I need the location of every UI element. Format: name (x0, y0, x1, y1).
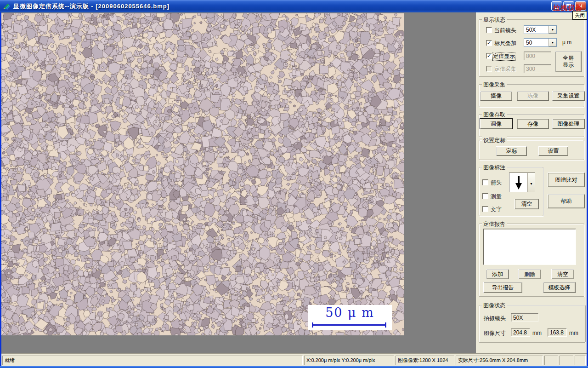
image-process-button[interactable]: 图像处理 (552, 119, 585, 129)
scale-value: 50 (524, 39, 548, 46)
client-area: 50 μ m 显示状态 当前镜头 50X ▼ ✓ 标尺叠加 50 ▼ μ m ✓ (0, 12, 588, 366)
status-empty-1 (544, 356, 558, 365)
group-label: 显示状态 (482, 16, 507, 24)
group-label: 图像存取 (482, 111, 507, 119)
freeze-button: 冻像 (517, 91, 549, 101)
export-report-button[interactable]: 导出报告 (483, 282, 522, 293)
lens-value-input[interactable]: 50X (511, 313, 538, 322)
image-height-unit: mm (569, 330, 578, 336)
micrograph-image[interactable] (1, 13, 404, 335)
title-bar: 显微图像定倍系统--演示版 - [20090602055646.bmp] × 拉… (0, 0, 588, 12)
help-button[interactable]: 帮助 (548, 194, 585, 208)
scale-unit-label: μ m (562, 39, 571, 46)
window-title: 显微图像定倍系统--演示版 - [20090602055646.bmp] (13, 2, 170, 11)
checkbox-arrow[interactable] (482, 179, 488, 185)
checkbox-text[interactable] (482, 206, 488, 212)
save-image-button[interactable]: 存像 (517, 119, 549, 129)
group-label: 设置定标 (482, 137, 507, 144)
app-window: 显微图像定倍系统--演示版 - [20090602055646.bmp] × 拉… (0, 0, 588, 368)
checkbox-fixed-capture (486, 66, 492, 72)
report-add-button[interactable]: 添加 (486, 269, 509, 279)
capture-settings-button[interactable]: 采集设置 (552, 91, 585, 101)
minimize-button[interactable] (551, 1, 562, 11)
lens-label: 拍摄镜头 (484, 315, 506, 322)
image-width-unit: mm (532, 330, 542, 336)
fixed-capture-input: 300 (524, 64, 551, 73)
checkbox-current-lens[interactable] (486, 27, 492, 33)
current-lens-select[interactable]: 50X ▼ (524, 25, 557, 34)
scale-value-select[interactable]: 50 ▼ (524, 38, 557, 47)
status-empty-3 (575, 356, 586, 365)
close-tooltip: 关闭 (572, 11, 587, 20)
checkbox-label-fixed-capture: 定倍采集 (494, 65, 516, 73)
group-label: 定倍报告 (482, 220, 507, 228)
dropdown-arrow-icon[interactable]: ▼ (548, 26, 556, 34)
checkbox-measure[interactable] (482, 193, 488, 199)
template-select-button[interactable]: 模板选择 (543, 282, 576, 293)
status-bar: 就绪 X:0.200μ m/pix Y:0.200μ m/pix 图像像素:12… (1, 353, 587, 366)
checkbox-scale-overlay[interactable]: ✓ (486, 40, 492, 46)
fullscreen-button[interactable]: 全屏显示 (555, 51, 582, 72)
settings-button[interactable]: 设置 (538, 146, 568, 156)
group-calibration: 设置定标 (479, 140, 584, 160)
group-label: 图像采集 (482, 81, 507, 89)
window-controls: × (551, 1, 586, 11)
minimize-icon (555, 8, 559, 9)
app-icon (3, 2, 11, 10)
group-label: 图像状态 (482, 302, 507, 310)
image-width-input[interactable]: 204.8 (511, 328, 530, 337)
current-lens-value: 50X (524, 26, 548, 34)
checkbox-label-arrow: 箭头 (491, 179, 502, 187)
fixed-display-input: 800 (524, 52, 551, 60)
atlas-compare-button[interactable]: 图谱比对 (548, 172, 585, 187)
status-image-pixels: 图像像素:1280 X 1024 (396, 356, 454, 365)
status-actual-size: 实际尺寸:256.0mm X 204.8mm (456, 356, 543, 365)
dropdown-arrow-icon[interactable]: ▼ (527, 173, 535, 192)
report-clear-button[interactable]: 清空 (551, 269, 574, 279)
checkbox-label-text: 文字 (491, 206, 502, 213)
report-list[interactable] (483, 229, 576, 265)
status-empty-2 (560, 356, 573, 365)
report-delete-button[interactable]: 删除 (518, 269, 541, 279)
close-button[interactable]: × (575, 1, 586, 11)
checkbox-label-fixed-display: 定倍显示 (493, 52, 515, 60)
status-ready: 就绪 (2, 356, 303, 365)
checkbox-label-scale-overlay: 标尺叠加 (494, 40, 516, 47)
dropdown-arrow-icon[interactable]: ▼ (548, 39, 556, 46)
image-height-input[interactable]: 163.8 (548, 328, 567, 337)
image-size-label: 图像尺寸 (484, 329, 506, 337)
load-image-button[interactable]: 调像 (480, 119, 512, 129)
checkbox-label-current-lens: 当前镜头 (494, 27, 516, 34)
checkbox-label-measure: 测量 (491, 193, 502, 201)
shoot-button[interactable]: 摄像 (480, 91, 512, 101)
group-label: 图像标注 (482, 164, 507, 172)
restore-icon (566, 4, 571, 8)
scale-bar-overlay: 50 μ m (308, 305, 392, 330)
arrow-style-select[interactable]: ▼ (509, 172, 535, 192)
control-panel: 显示状态 当前镜头 50X ▼ ✓ 标尺叠加 50 ▼ μ m ✓ 定倍显示 8… (476, 12, 587, 353)
scale-bar-label: 50 μ m (308, 305, 392, 320)
scale-bar-line (312, 322, 386, 328)
taskbar-edge (0, 366, 588, 368)
status-xy-resolution: X:0.200μ m/pix Y:0.200μ m/pix (304, 356, 394, 365)
checkbox-fixed-display[interactable]: ✓ (486, 53, 492, 59)
clear-annotation-button[interactable]: 清空 (514, 199, 539, 209)
image-viewport: 50 μ m (1, 12, 476, 353)
restore-button[interactable] (563, 1, 574, 11)
down-arrow-icon (509, 173, 527, 192)
calibrate-button[interactable]: 定标 (496, 146, 527, 156)
